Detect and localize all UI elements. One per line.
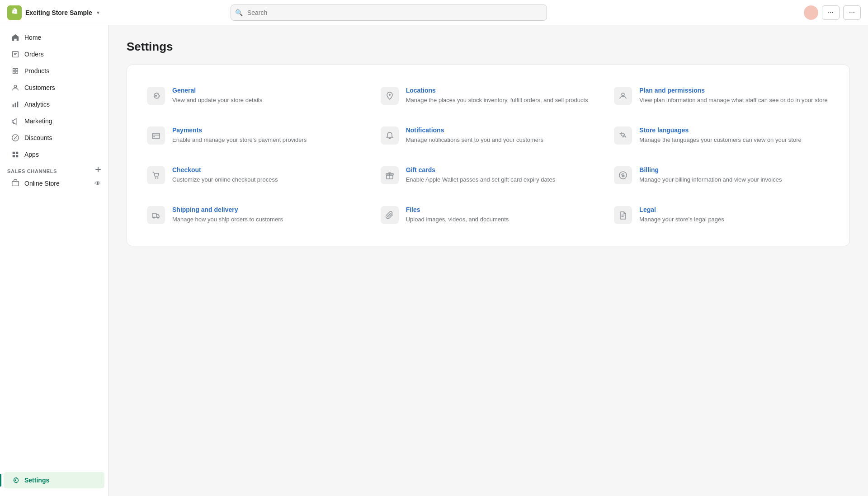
settings-item-content-locations: Locations Manage the places you stock in…	[406, 87, 596, 105]
settings-item-desc-files: Upload images, videos, and documents	[406, 215, 596, 224]
gift-icon	[381, 166, 399, 184]
settings-item-desc-general: View and update your store details	[172, 96, 363, 105]
avatar[interactable]	[804, 5, 818, 20]
apps-icon	[11, 150, 20, 159]
svg-rect-4	[15, 103, 16, 107]
settings-item-locations[interactable]: Locations Manage the places you stock in…	[372, 76, 605, 116]
topbar-button-1[interactable]: ⋯	[822, 5, 840, 20]
sidebar-label-products: Products	[24, 67, 49, 75]
sidebar: Home Orders Products Customers	[0, 25, 108, 496]
svg-rect-10	[16, 155, 18, 157]
sidebar-item-settings[interactable]: Settings	[4, 472, 104, 488]
sidebar-item-online-store[interactable]: Online Store 👁	[4, 176, 104, 191]
sidebar-item-home[interactable]: Home	[4, 29, 104, 46]
settings-item-content-plan-permissions: Plan and permissions View plan informati…	[639, 87, 830, 105]
settings-item-desc-gift-cards: Enable Apple Wallet passes and set gift …	[406, 175, 596, 184]
settings-item-content-payments: Payments Enable and manage your store's …	[172, 126, 363, 145]
page-title: Settings	[127, 40, 850, 54]
topbar-button-2[interactable]: ⋯	[843, 5, 861, 20]
settings-item-content-shipping-delivery: Shipping and delivery Manage how you shi…	[172, 206, 363, 224]
settings-item-content-general: General View and update your store detai…	[172, 87, 363, 105]
cart-icon	[147, 166, 165, 184]
settings-item-title-notifications: Notifications	[406, 126, 596, 134]
settings-item-plan-permissions[interactable]: Plan and permissions View plan informati…	[605, 76, 839, 116]
settings-item-store-languages[interactable]: Store languages Manage the languages you…	[605, 116, 839, 155]
layout: Home Orders Products Customers	[0, 25, 868, 496]
settings-item-desc-checkout: Customize your online checkout process	[172, 175, 363, 184]
settings-item-content-store-languages: Store languages Manage the languages you…	[639, 126, 830, 145]
settings-item-gift-cards[interactable]: Gift cards Enable Apple Wallet passes an…	[372, 155, 605, 195]
settings-item-files[interactable]: Files Upload images, videos, and documen…	[372, 195, 605, 235]
sidebar-item-orders[interactable]: Orders	[4, 46, 104, 62]
sidebar-label-settings: Settings	[24, 477, 49, 484]
main-content: Settings General View and update your st…	[108, 25, 868, 496]
customers-icon	[11, 83, 20, 92]
settings-item-notifications[interactable]: Notifications Manage notifications sent …	[372, 116, 605, 155]
settings-item-payments[interactable]: Payments Enable and manage your store's …	[138, 116, 372, 155]
settings-item-content-files: Files Upload images, videos, and documen…	[406, 206, 596, 224]
online-store-icon	[11, 179, 20, 188]
settings-item-general[interactable]: General View and update your store detai…	[138, 76, 372, 116]
add-sales-channel-button[interactable]	[92, 163, 104, 176]
settings-item-content-checkout: Checkout Customize your online checkout …	[172, 166, 363, 184]
svg-point-13	[622, 93, 624, 96]
sidebar-item-analytics[interactable]: Analytics	[4, 96, 104, 112]
svg-rect-1	[13, 51, 19, 57]
svg-rect-15	[153, 136, 155, 137]
settings-item-desc-payments: Enable and manage your store's payment p…	[172, 136, 363, 145]
sidebar-label-apps: Apps	[24, 151, 39, 158]
payment-icon	[147, 126, 165, 145]
settings-item-legal[interactable]: Legal Manage your store's legal pages	[605, 195, 839, 235]
settings-item-shipping-delivery[interactable]: Shipping and delivery Manage how you shi…	[138, 195, 372, 235]
sidebar-item-marketing[interactable]: Marketing	[4, 113, 104, 129]
online-store-label: Online Store	[24, 180, 60, 187]
search-icon: 🔍	[235, 9, 243, 16]
settings-item-content-legal: Legal Manage your store's legal pages	[639, 206, 830, 224]
online-store-eye-icon[interactable]: 👁	[94, 180, 101, 187]
settings-item-title-plan-permissions: Plan and permissions	[639, 87, 830, 94]
settings-item-content-billing: Billing Manage your billing information …	[639, 166, 830, 184]
svg-rect-8	[16, 152, 18, 154]
paperclip-icon	[381, 206, 399, 224]
sidebar-label-analytics: Analytics	[24, 101, 50, 108]
online-store-channel: Online Store	[11, 179, 60, 188]
settings-grid: General View and update your store detai…	[138, 76, 839, 235]
bell-icon	[381, 126, 399, 145]
settings-item-title-files: Files	[406, 206, 596, 213]
settings-item-title-general: General	[172, 87, 363, 94]
topbar-right: ⋯ ⋯	[804, 5, 861, 20]
sidebar-item-customers[interactable]: Customers	[4, 80, 104, 96]
svg-rect-5	[17, 102, 19, 108]
search-input[interactable]	[231, 5, 547, 21]
document-icon	[614, 206, 632, 224]
store-logo[interactable]: Exciting Store Sample ▾	[7, 5, 99, 20]
translate-icon	[614, 126, 632, 145]
orders-icon	[11, 50, 20, 59]
settings-item-billing[interactable]: Billing Manage your billing information …	[605, 155, 839, 195]
svg-rect-11	[12, 182, 19, 186]
gear-icon	[147, 87, 165, 105]
settings-item-title-locations: Locations	[406, 87, 596, 94]
sidebar-item-apps[interactable]: Apps	[4, 146, 104, 163]
sidebar-label-home: Home	[24, 34, 41, 41]
svg-point-17	[157, 178, 159, 179]
sidebar-item-products[interactable]: Products	[4, 63, 104, 79]
settings-item-desc-shipping-delivery: Manage how you ship orders to customers	[172, 215, 363, 224]
settings-item-content-notifications: Notifications Manage notifications sent …	[406, 126, 596, 145]
settings-item-title-gift-cards: Gift cards	[406, 166, 596, 173]
settings-item-title-shipping-delivery: Shipping and delivery	[172, 206, 363, 213]
sidebar-label-customers: Customers	[24, 84, 55, 91]
settings-item-desc-legal: Manage your store's legal pages	[639, 215, 830, 224]
person-icon	[614, 87, 632, 105]
settings-item-desc-store-languages: Manage the languages your customers can …	[639, 136, 830, 145]
sidebar-item-discounts[interactable]: Discounts	[4, 130, 104, 146]
home-icon	[11, 33, 20, 42]
sidebar-label-marketing: Marketing	[24, 117, 52, 125]
settings-item-checkout[interactable]: Checkout Customize your online checkout …	[138, 155, 372, 195]
analytics-icon	[11, 100, 20, 109]
settings-item-title-store-languages: Store languages	[639, 126, 830, 134]
settings-item-title-checkout: Checkout	[172, 166, 363, 173]
store-dropdown-icon[interactable]: ▾	[97, 9, 99, 16]
svg-rect-9	[13, 155, 15, 157]
svg-point-16	[155, 178, 156, 179]
